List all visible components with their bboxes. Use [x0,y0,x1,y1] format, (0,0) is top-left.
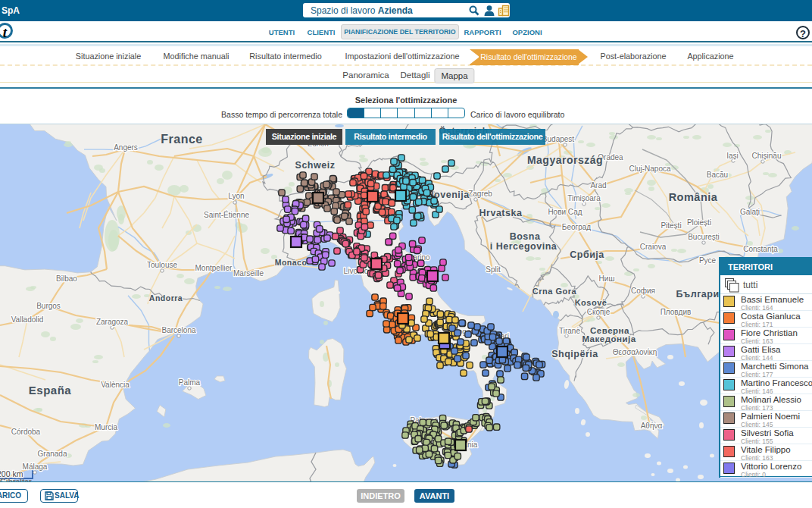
svg-text:Пловдив: Пловдив [661,308,692,316]
svg-text:Córdoba: Córdoba [11,428,41,436]
svg-text:Zaragoza: Zaragoza [96,318,129,326]
svg-text:Murcia: Murcia [95,423,117,431]
svg-text:Schweiz: Schweiz [295,160,336,171]
svg-text:Bosna: Bosna [510,231,541,242]
svg-text:Angers: Angers [114,143,138,152]
svg-text:Arad: Arad [590,181,606,190]
svg-text:Kosovë: Kosovë [575,298,607,307]
svg-text:Split: Split [486,265,501,274]
svg-text:Málaga: Málaga [23,463,48,471]
svg-text:Pitești: Pitești [661,221,681,230]
svg-text:Magyarország: Magyarország [527,154,603,166]
svg-text:Русе: Русе [699,256,717,265]
svg-text:Bilbao: Bilbao [56,274,77,283]
svg-text:Zagreb: Zagreb [468,190,492,198]
svg-text:Αθήνα: Αθήνα [641,422,663,430]
svg-text:Marseille: Marseille [233,269,264,278]
svg-text:Barcelona: Barcelona [161,326,195,334]
svg-text:Gibraltar: Gibraltar [0,478,32,482]
svg-text:Македонија: Македонија [582,334,636,343]
svg-text:Београд: Београд [562,223,591,231]
svg-text:Burgos: Burgos [36,302,61,310]
svg-text:България: България [676,289,726,299]
svg-text:Crna Gora: Crna Gora [532,287,577,296]
svg-text:Budapest: Budapest [542,135,574,143]
svg-text:Tiranë: Tiranë [559,327,580,335]
svg-text:София: София [631,287,655,295]
svg-text:Saint-Étienne: Saint-Étienne [204,210,249,219]
svg-text:España: España [29,384,72,397]
svg-text:Bacău: Bacău [707,171,728,179]
svg-text:Palma: Palma [179,378,201,387]
svg-text:France: France [161,133,202,146]
svg-text:València: València [101,381,130,389]
svg-text:Shqipëria: Shqipëria [551,349,598,359]
svg-text:România: România [669,191,718,203]
svg-text:Granada: Granada [38,450,67,458]
svg-text:București: București [688,233,720,241]
svg-text:Chișinău: Chișinău [752,152,782,160]
svg-text:Θεσσαλονίκη: Θεσσαλονίκη [613,348,657,356]
svg-text:Galați: Galați [740,208,760,216]
svg-text:Andorra: Andorra [149,293,183,303]
svg-text:Cluj-Napoca: Cluj-Napoca [629,165,670,173]
svg-text:Hrvatska: Hrvatska [479,208,523,218]
svg-text:Toulouse: Toulouse [147,261,177,269]
svg-text:Lyon: Lyon [228,192,244,200]
svg-text:Monaco: Monaco [275,258,308,267]
svg-text:Iași: Iași [726,152,739,160]
svg-text:i Hercegovina: i Hercegovina [490,241,557,252]
svg-text:Montpellier: Montpellier [195,264,233,272]
svg-text:Valladolid: Valladolid [11,315,44,324]
svg-text:Нови Сад: Нови Сад [548,208,582,216]
svg-text:Constanța: Constanța [743,245,778,253]
svg-text:Craiova: Craiova [640,243,667,251]
svg-text:Ploiești: Ploiești [687,218,711,227]
svg-text:Скопје: Скопје [587,308,611,316]
svg-text:Ниш: Ниш [599,274,615,283]
svg-text:Србија: Србија [570,249,604,260]
svg-text:Timișoara: Timișoara [567,194,601,202]
